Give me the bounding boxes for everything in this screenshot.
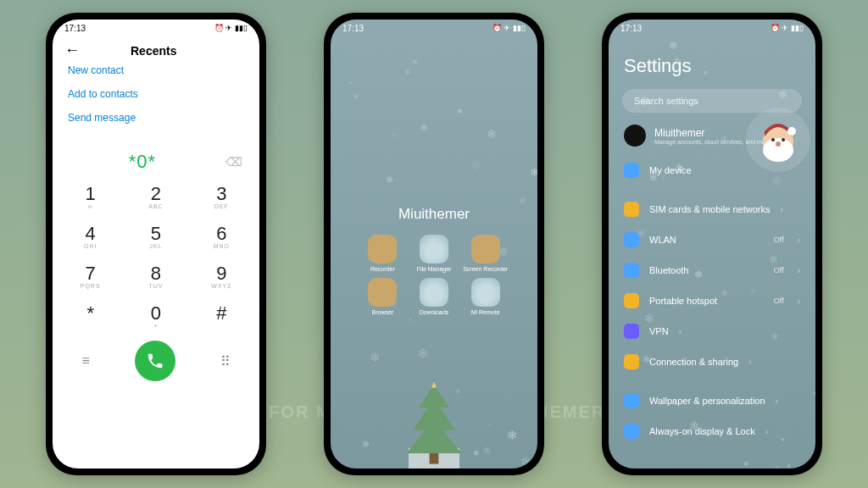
key-1[interactable]: 1∞ xyxy=(58,176,123,214)
setting-wlan[interactable]: WLANOff› xyxy=(609,225,815,255)
svg-point-4 xyxy=(787,127,796,136)
setting-vpn[interactable]: VPN› xyxy=(609,316,815,347)
setting-portable-hotspot[interactable]: Portable hotspotOff› xyxy=(609,286,815,316)
page-title: Settings xyxy=(609,36,815,86)
key-0[interactable]: 0+ xyxy=(123,296,188,334)
key-8[interactable]: 8TUV xyxy=(123,256,188,294)
setting-connection-sharing[interactable]: Connection & sharing› xyxy=(609,347,815,377)
setting-sim-cards-mobile-networks[interactable]: SIM cards & mobile networks› xyxy=(609,194,815,225)
avatar xyxy=(624,125,646,147)
link-new-contact[interactable]: New contact xyxy=(68,64,244,76)
phone-dialer: 17:13 ⏰ ✈ ▮▮▯ ← Recents New contact Add … xyxy=(46,13,266,475)
app-browser[interactable]: Browser xyxy=(359,278,406,316)
setting-my-device[interactable]: My device xyxy=(609,155,815,186)
status-time: 17:13 xyxy=(64,24,86,33)
call-button[interactable] xyxy=(135,341,175,381)
page-title: Recents xyxy=(131,44,176,58)
key-3[interactable]: 3DEF xyxy=(189,176,254,214)
svg-marker-1 xyxy=(431,381,436,387)
status-bar: 17:13 ⏰ ✈ ▮▮▯ xyxy=(609,19,815,36)
svg-point-6 xyxy=(771,138,775,141)
key-*[interactable]: * xyxy=(58,296,123,334)
back-icon[interactable]: ← xyxy=(64,42,80,59)
setting-wallpaper-personalization[interactable]: Wallpaper & personalization› xyxy=(609,385,815,416)
tree-deco xyxy=(396,377,472,469)
svg-point-7 xyxy=(782,138,785,141)
setting-always-on-display-lock[interactable]: Always-on display & Lock› xyxy=(609,416,815,446)
status-bar: 17:13 ⏰ ✈ ▮▮▯ xyxy=(53,19,259,36)
phone-home: ❄❄❄❄❄❄❄❄❄❄❄❄❄❄❄❄❄❄❄❄❄❄❄❄❄❄ 17:13 ⏰ ✈ ▮▮▯… xyxy=(324,13,544,475)
key-6[interactable]: 6MNO xyxy=(189,216,254,254)
key-9[interactable]: 9WXYZ xyxy=(189,256,254,294)
status-time: 17:13 xyxy=(620,24,642,33)
dialpad-icon[interactable]: ⠿ xyxy=(220,353,231,369)
svg-marker-0 xyxy=(407,385,462,453)
status-time: 17:13 xyxy=(342,24,364,33)
dialed-number: *0* xyxy=(129,151,156,173)
backspace-icon[interactable]: ⌫ xyxy=(225,155,242,169)
app-file-manager[interactable]: File Manager xyxy=(411,235,458,273)
svg-rect-2 xyxy=(430,453,439,464)
svg-point-8 xyxy=(776,141,781,147)
key-4[interactable]: 4GHI xyxy=(58,216,123,254)
key-7[interactable]: 7PQRS xyxy=(58,256,123,294)
key-#[interactable]: # xyxy=(189,296,254,334)
status-icons: ⏰ ✈ ▮▮▯ xyxy=(771,24,804,32)
status-bar: 17:13 ⏰ ✈ ▮▮▯ xyxy=(331,19,537,36)
status-icons: ⏰ ✈ ▮▮▯ xyxy=(214,24,248,32)
app-grid: RecorderFile ManagerScreen RecorderBrows… xyxy=(331,223,537,315)
link-add-contacts[interactable]: Add to contacts xyxy=(68,88,244,100)
keypad: 1∞2ABC3DEF4GHI5JKL6MNO7PQRS8TUV9WXYZ*0+# xyxy=(53,176,259,334)
key-2[interactable]: 2ABC xyxy=(123,176,188,214)
home-folder-title: Miuithemer xyxy=(331,206,537,223)
menu-icon[interactable]: ≡ xyxy=(81,353,89,369)
app-screen-recorder[interactable]: Screen Recorder xyxy=(462,235,509,273)
app-downloads[interactable]: Downloads xyxy=(411,278,458,316)
link-send-message[interactable]: Send message xyxy=(68,112,244,124)
settings-list: My deviceSIM cards & mobile networks›WLA… xyxy=(609,153,815,446)
key-5[interactable]: 5JKL xyxy=(123,216,188,254)
action-links: New contact Add to contacts Send message xyxy=(53,63,259,125)
app-recorder[interactable]: Recorder xyxy=(359,235,406,273)
setting-bluetooth[interactable]: BluetoothOff› xyxy=(609,255,815,286)
status-icons: ⏰ ✈ ▮▮▯ xyxy=(492,24,526,32)
app-mi-remote[interactable]: Mi Remote xyxy=(462,278,509,316)
phone-settings: ❄❄❄❄❄❄❄❄❄❄❄❄❄❄❄❄❄❄❄❄❄❄❄❄❄❄ 17:13 ⏰ ✈ ▮▮▯… xyxy=(602,13,822,475)
